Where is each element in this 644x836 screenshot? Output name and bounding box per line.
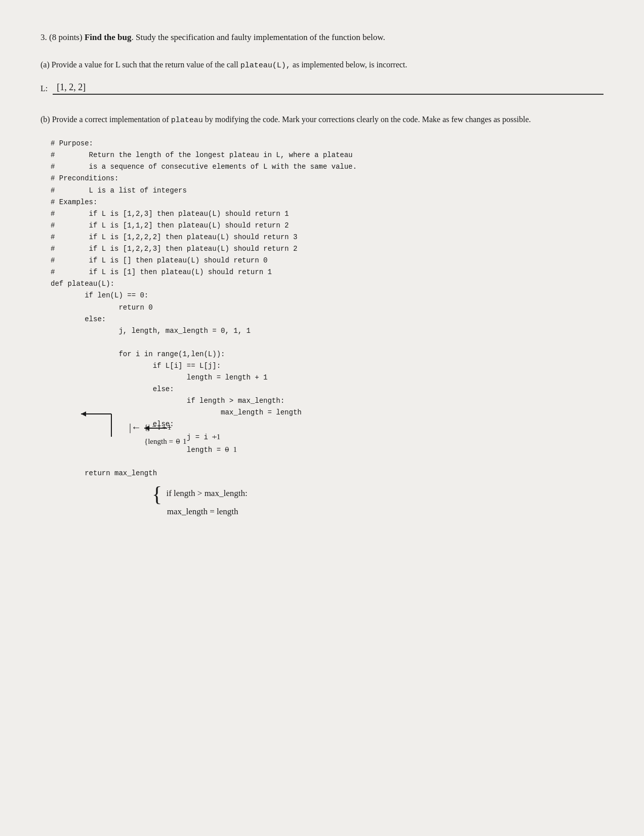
curly-brace-icon: { — [152, 482, 162, 506]
bottom-annotation-line1: if length > max_length: max_length = len… — [152, 488, 248, 516]
question-header: 3. (8 points) Find the bug. Study the sp… — [41, 30, 603, 44]
part-b-label: (b) — [41, 115, 50, 124]
part-b-text: Provide a correct implementation of plat… — [52, 115, 531, 124]
part-a-label: (a) — [41, 60, 50, 69]
code-wrapper: # Purpose: # Return the length of the lo… — [51, 138, 603, 479]
question-bold: Find the bug — [85, 32, 132, 42]
question-description: Study the specification and faulty imple… — [136, 32, 385, 42]
answer-label: L: — [41, 84, 48, 93]
part-a-code: plateau(L), — [240, 61, 291, 70]
question-number: 3. — [41, 32, 47, 42]
part-a: (a) Provide a value for L such that the … — [41, 58, 603, 72]
part-b-code: plateau — [171, 116, 203, 125]
answer-value: [1, 2, 2] — [53, 82, 603, 95]
correction-j: |← {j = i +1 — [129, 419, 186, 435]
correction-length: {length = 0 1 — [144, 435, 186, 447]
question-container: 3. (8 points) Find the bug. Study the sp… — [41, 30, 603, 519]
answer-line-container: L: [1, 2, 2] — [41, 82, 603, 95]
part-a-text: Provide a value for L such that the retu… — [52, 60, 408, 69]
question-points: (8 points) — [49, 32, 83, 42]
bottom-annotation: { if length > max_length: max_length = l… — [152, 483, 603, 519]
part-b: (b) Provide a correct implementation of … — [41, 113, 603, 127]
handwritten-correction-area: |← {j = i +1 {length = 0 1 — [129, 419, 186, 447]
